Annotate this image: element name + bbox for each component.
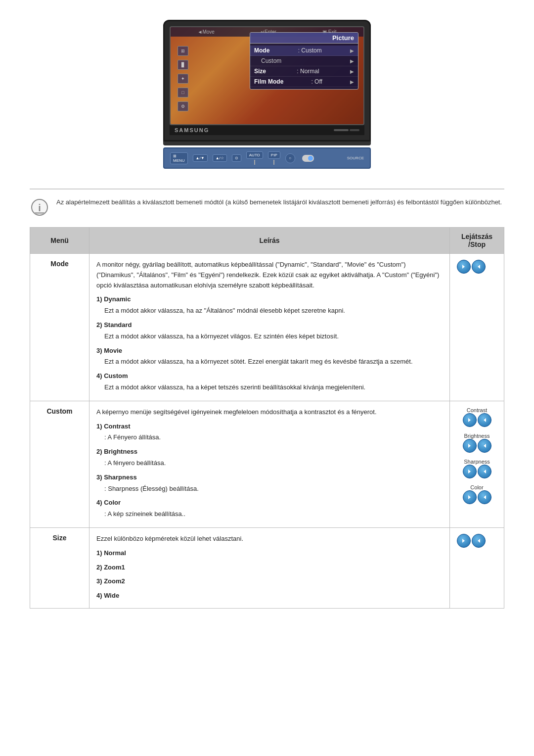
indicator-bar [334, 129, 349, 131]
monitor-container: ⊞ ▊ ✦ □ ⚙ Picture Mode : Custom [163, 20, 371, 169]
menu-label-custom: Custom [261, 57, 281, 64]
mode-intro: A monitor négy, gyárilag beállított, aut… [96, 260, 443, 290]
play-pair-color: Color [463, 484, 491, 504]
th-desc: Leírás [89, 228, 450, 254]
svg-marker-13 [462, 539, 465, 543]
arrow-film: ▶ [350, 79, 354, 85]
custom-s1-desc: : A Fényero állítása. [104, 432, 443, 443]
svg-marker-10 [484, 470, 486, 473]
svg-marker-8 [484, 444, 486, 448]
arrow-custom: ▶ [350, 58, 354, 64]
ctrl-power[interactable]: ○ [285, 153, 295, 163]
play-label-contrast: Contrast [463, 407, 491, 413]
svg-marker-7 [468, 444, 471, 448]
ctrl-menu[interactable]: ⊞MENU [170, 152, 188, 164]
icon-monitor2: □ [178, 88, 188, 97]
menu-row-mode: Mode : Custom ▶ [250, 46, 358, 56]
mode-s4-desc: Ezt a módot akkor válassza, ha a képet t… [104, 382, 443, 393]
play-pair-contrast: Contrast [463, 407, 491, 427]
samsung-bar: SAMSUNG [170, 125, 364, 135]
indicator-bar2 [350, 129, 359, 131]
page-wrapper: ⊞ ▊ ✦ □ ⚙ Picture Mode : Custom [0, 0, 534, 628]
svg-marker-11 [468, 495, 471, 499]
th-play: Lejátszás/Stop [450, 228, 504, 254]
picture-menu: Picture Mode : Custom ▶ Custom ▶ [250, 32, 358, 90]
td-menu-custom: Custom [30, 401, 89, 527]
ctrl-pip[interactable]: PIP [268, 151, 280, 159]
mode-s2-desc: Ezt a módot akkor válassza, ha a környez… [104, 331, 443, 342]
play-label-brightness: Brightness [463, 433, 491, 439]
play-buttons-contrast [463, 413, 491, 427]
menu-value-size: : Normal [297, 68, 319, 75]
table-header-row: Menü Leírás Lejátszás/Stop [30, 228, 504, 254]
menu-row-custom: Custom ▶ [250, 56, 358, 66]
svg-marker-3 [462, 265, 465, 269]
play-pair-sharpness: Sharpness [463, 459, 491, 478]
play-left-size[interactable] [457, 534, 471, 548]
mode-s1-desc: Ezt a módot akkor válassza, ha az "Által… [104, 306, 443, 316]
play-right-contrast[interactable] [478, 413, 491, 427]
size-intro: Ezzel különbözo képméretek közül lehet v… [96, 534, 443, 544]
menu-title: Picture [250, 33, 358, 44]
icon-picture: ⊞ [178, 46, 188, 56]
play-left-sharpness[interactable] [463, 465, 477, 478]
icon-brightness: ✦ [178, 74, 188, 84]
mode-s3-desc: Ezt a módot akkor válassza, ha a környez… [104, 357, 443, 367]
table-row-mode: Mode A monitor négy, gyárilag beállított… [30, 254, 504, 401]
svg-marker-5 [468, 418, 471, 422]
custom-s2-desc: : A fényero beállítása. [104, 458, 443, 469]
icon-settings: ⚙ [178, 101, 188, 111]
play-right-brightness[interactable] [478, 439, 491, 453]
ctrl-auto[interactable]: AUTO [246, 151, 263, 159]
play-buttons-brightness [463, 439, 491, 453]
size-s1: 1) Normal [96, 548, 443, 559]
ctrl-auto-group: AUTO [246, 151, 263, 165]
td-desc-size: Ezzel különbözo képméretek közül lehet v… [89, 527, 450, 608]
play-right-color[interactable] [478, 490, 491, 504]
main-table: Menü Leírás Lejátszás/Stop Mode A monito… [30, 227, 504, 609]
ctrl-pip-group: PIP [268, 151, 280, 165]
play-left-mode[interactable] [457, 260, 471, 274]
note-icon: i [30, 197, 49, 217]
power-indicators [334, 129, 359, 131]
play-left-color[interactable] [463, 490, 477, 504]
play-group-custom: Contrast Brightness [457, 407, 497, 507]
ctrl-line2 [273, 160, 274, 165]
play-right-sharpness[interactable] [478, 465, 491, 478]
note-text: Az alapértelmezett beállítás a kiválaszt… [56, 197, 502, 207]
menu-label-film: Film Mode [254, 78, 283, 85]
menu-value-mode: : Custom [298, 47, 322, 54]
menu-row-size: Size : Normal ▶ [250, 66, 358, 77]
td-menu-mode: Mode [30, 254, 89, 401]
power-led [302, 155, 314, 162]
play-pair-brightness: Brightness [463, 433, 491, 453]
play-right-mode[interactable] [472, 260, 486, 274]
custom-s4-desc: : A kép színeinek beállítása.. [104, 509, 443, 520]
play-buttons-sharpness [463, 465, 491, 478]
svg-text:i: i [38, 202, 41, 213]
mode-s3: 3) Movie [96, 346, 443, 356]
control-bar: ⊞MENU ▲/▼ ▲/☆ ⊙ AUTO PIP ○ SOURCE [163, 147, 371, 169]
mode-s2: 2) Standard [96, 320, 443, 331]
table-row-size: Size Ezzel különbözo képméretek közül le… [30, 527, 504, 608]
svg-marker-9 [468, 470, 471, 473]
play-left-contrast[interactable] [463, 413, 477, 427]
play-left-brightness[interactable] [463, 439, 477, 453]
play-buttons-size [457, 534, 497, 548]
menu-left-icons: ⊞ ▊ ✦ □ ⚙ [178, 46, 188, 111]
svg-marker-6 [484, 418, 486, 422]
ctrl-source[interactable]: ⊙ [232, 154, 241, 162]
info-icon: i [31, 198, 48, 216]
menu-label-size: Size [254, 68, 266, 75]
mode-s1: 1) Dynamic [96, 294, 443, 305]
custom-s2: 2) Brightness [96, 447, 443, 457]
svg-marker-4 [478, 265, 480, 269]
play-right-size[interactable] [472, 534, 486, 548]
play-buttons-color [463, 490, 491, 504]
menu-row-film: Film Mode : Off ▶ [250, 77, 358, 87]
play-label-sharpness: Sharpness [463, 459, 491, 465]
ctrl-arrows[interactable]: ▲/▼ [193, 154, 208, 162]
led-dot [308, 156, 313, 161]
td-play-mode [450, 254, 504, 401]
ctrl-brightness[interactable]: ▲/☆ [213, 154, 227, 162]
